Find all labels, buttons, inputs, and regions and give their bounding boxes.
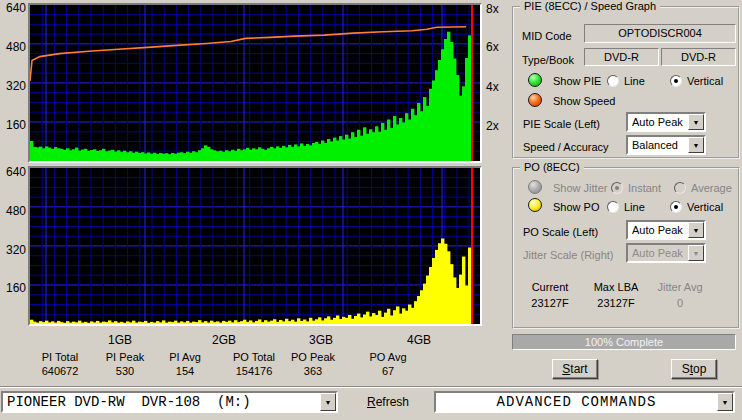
jitter-avg-label: Jitter Avg <box>652 281 708 293</box>
po-avg-value: 67 <box>353 365 423 377</box>
xaxis-3gb: 3GB <box>304 333 338 347</box>
po-vertical-radio[interactable] <box>670 201 682 213</box>
speed-axis-8x: 8x <box>486 2 499 16</box>
bottom-divider <box>0 386 742 388</box>
po-scale-dropdown-arrow[interactable]: ▼ <box>688 222 704 238</box>
drive-select-value: PIONEER DVD-RW DVR-108 (M:) <box>3 394 320 410</box>
speed-accuracy-select[interactable]: Balanced▼ <box>626 135 706 155</box>
jitter-avg-value: 0 <box>652 297 708 309</box>
pie-po-scan-window: 640 480 320 160 640 480 320 160 8x 6x 4x… <box>0 0 742 420</box>
jitter-instant-radio <box>611 182 623 194</box>
jitter-scale-value: Auto Peak <box>628 247 688 259</box>
show-po-label: Show PO <box>553 201 599 213</box>
start-button[interactable]: Start <box>552 359 598 379</box>
pi-avg-value: 154 <box>150 365 220 377</box>
show-jitter-led <box>528 180 542 194</box>
jitter-scale-select: Auto Peak▼ <box>626 243 706 263</box>
po-vertical-label[interactable]: Vertical <box>687 201 723 213</box>
show-pie-led[interactable] <box>528 73 542 87</box>
pie-scale-value: Auto Peak <box>628 116 688 128</box>
po-peak-value: 363 <box>278 365 348 377</box>
pie-scale-select[interactable]: Auto Peak▼ <box>626 112 706 132</box>
pie-axis-320: 320 <box>0 79 26 93</box>
advanced-commands-dropdown-arrow[interactable]: ▼ <box>717 393 733 411</box>
po-axis-320: 320 <box>0 243 26 257</box>
book-type-field: DVD-R <box>661 48 736 66</box>
pi-avg-label: PI Avg <box>150 351 220 363</box>
speed-accuracy-dropdown-arrow[interactable]: ▼ <box>688 137 704 153</box>
pie-speed-graph <box>28 3 482 163</box>
xaxis-4gb: 4GB <box>402 333 436 347</box>
advanced-commands-select[interactable]: ADVANCED COMMANDS▼ <box>434 391 735 413</box>
pie-scale-label: PIE Scale (Left) <box>523 118 600 130</box>
po-groupbox-title: PO (8ECC) <box>520 161 584 173</box>
speed-accuracy-label: Speed / Accuracy <box>523 141 609 153</box>
speed-axis-4x: 4x <box>486 80 499 94</box>
pie-vertical-label[interactable]: Vertical <box>687 75 723 87</box>
pie-scale-dropdown-arrow[interactable]: ▼ <box>688 114 704 130</box>
po-line-radio[interactable] <box>607 201 619 213</box>
pie-line-radio[interactable] <box>607 75 619 87</box>
pie-line-label[interactable]: Line <box>624 75 645 87</box>
po-axis-640: 640 <box>0 165 26 179</box>
pie-axis-640: 640 <box>0 1 26 15</box>
max-lba-label: Max LBA <box>588 281 644 293</box>
po-scale-select[interactable]: Auto Peak▼ <box>626 220 706 240</box>
pie-speed-plot-area <box>30 5 480 161</box>
pie-groupbox-title: PIE (8ECC) / Speed Graph <box>520 0 660 12</box>
pi-total-label: PI Total <box>25 351 95 363</box>
po-avg-label: PO Avg <box>353 351 423 363</box>
refresh-button[interactable]: Refresh <box>367 395 409 409</box>
pie-axis-480: 480 <box>0 40 26 54</box>
scan-progress-bar: 100% Complete <box>512 334 736 350</box>
current-value: 23127F <box>522 297 578 309</box>
po-line-label[interactable]: Line <box>624 201 645 213</box>
disc-type-field: DVD-R <box>584 48 659 66</box>
speed-accuracy-value: Balanced <box>628 139 688 151</box>
drive-dropdown-arrow[interactable]: ▼ <box>320 393 336 411</box>
po-plot-area <box>30 168 480 324</box>
jitter-average-radio <box>674 182 686 194</box>
xaxis-1gb: 1GB <box>103 333 137 347</box>
po-axis-480: 480 <box>0 204 26 218</box>
show-po-led[interactable] <box>528 198 542 212</box>
current-label: Current <box>522 281 578 293</box>
advanced-commands-value: ADVANCED COMMANDS <box>436 394 717 410</box>
show-jitter-label: Show Jitter <box>553 182 607 194</box>
po-groupbox: PO (8ECC) Show Jitter Instant Average Sh… <box>512 167 740 329</box>
mid-code-label: MID Code <box>522 30 572 42</box>
show-pie-label: Show PIE <box>553 75 601 87</box>
jitter-instant-label: Instant <box>628 182 661 194</box>
po-scale-label: PO Scale (Left) <box>523 226 598 238</box>
po-graph <box>28 166 482 326</box>
jitter-average-label: Average <box>691 182 732 194</box>
po-peak-label: PO Peak <box>278 351 348 363</box>
stop-button[interactable]: Stop <box>671 359 717 379</box>
pi-total-value: 640672 <box>25 365 95 377</box>
jitter-scale-label: Jitter Scale (Right) <box>523 249 613 261</box>
show-speed-led[interactable] <box>528 93 542 107</box>
pie-vertical-radio[interactable] <box>670 75 682 87</box>
po-axis-160: 160 <box>0 281 26 295</box>
show-speed-label: Show Speed <box>553 95 615 107</box>
pie-speed-groupbox: PIE (8ECC) / Speed Graph MID Code OPTODI… <box>512 6 740 159</box>
speed-axis-2x: 2x <box>486 119 499 133</box>
max-lba-value: 23127F <box>588 297 644 309</box>
mid-code-field: OPTODISCR004 <box>584 24 736 43</box>
progress-text: 100% Complete <box>513 335 735 349</box>
jitter-scale-dropdown-arrow: ▼ <box>688 245 704 261</box>
drive-select[interactable]: PIONEER DVD-RW DVR-108 (M:)▼ <box>1 391 338 413</box>
po-scale-value: Auto Peak <box>628 224 688 236</box>
pie-axis-160: 160 <box>0 118 26 132</box>
type-book-label: Type/Book <box>522 54 574 66</box>
xaxis-2gb: 2GB <box>207 333 241 347</box>
speed-axis-6x: 6x <box>486 40 499 54</box>
